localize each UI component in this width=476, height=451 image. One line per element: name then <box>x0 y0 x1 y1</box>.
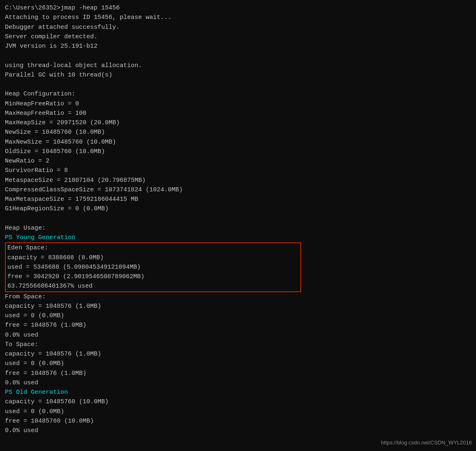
line-server: Server compiler detected. <box>5 32 471 42</box>
line-eden-percent: 63.72556686401367% used <box>7 281 299 291</box>
line-from-percent: 0.0% used <box>5 330 471 340</box>
terminal-container: C:\Users\26352>jmap -heap 15456 Attachin… <box>5 3 471 435</box>
line-old-capacity: capacity = 10485760 (10.0MB) <box>5 397 471 407</box>
line-gc: Parallel GC with 10 thread(s) <box>5 70 471 80</box>
line-max-new-size: MaxNewSize = 10485760 (10.0MB) <box>5 137 471 147</box>
terminal-output: C:\Users\26352>jmap -heap 15456 Attachin… <box>5 3 471 435</box>
line-to-space: To Space: <box>5 340 471 349</box>
line-ps-old: PS Old Generation <box>5 388 471 397</box>
line-to-free: free = 1048576 (1.0MB) <box>5 369 471 378</box>
line-from-capacity: capacity = 1048576 (1.0MB) <box>5 302 471 311</box>
line-to-percent: 0.0% used <box>5 378 471 388</box>
line-jvm: JVM version is 25.191-b12 <box>5 42 471 51</box>
line-old-used: used = 0 (0.0MB) <box>5 407 471 416</box>
line-eden-free: free = 3042920 (2.9019546508789062MB) <box>7 272 299 281</box>
line-eden-used: used = 5345688 (5.098045349121094MB) <box>7 263 299 272</box>
line-cmd: C:\Users\26352>jmap -heap 15456 <box>5 3 471 13</box>
line-to-capacity: capacity = 1048576 (1.0MB) <box>5 349 471 359</box>
line-max-heap-size: MaxHeapSize = 20971520 (20.0MB) <box>5 118 471 128</box>
line-g1: G1HeapRegionSize = 0 (0.0MB) <box>5 204 471 214</box>
line-empty1 <box>5 51 471 60</box>
line-new-size: NewSize = 10485760 (10.0MB) <box>5 128 471 137</box>
line-from-space: From Space: <box>5 292 471 302</box>
line-old-size: OldSize = 10485760 (10.0MB) <box>5 147 471 156</box>
line-empty2 <box>5 80 471 89</box>
watermark: https://blog.csdn.net/CSDN_WYL2016 <box>381 439 472 447</box>
line-min-heap: MinHeapFreeRatio = 0 <box>5 99 471 109</box>
eden-space-highlight: Eden Space: capacity = 8388608 (8.0MB) u… <box>5 242 301 292</box>
line-eden-capacity: capacity = 8388608 (8.0MB) <box>7 253 299 263</box>
line-eden-space: Eden Space: <box>7 243 299 253</box>
line-survivor-ratio: SurvivorRatio = 8 <box>5 166 471 175</box>
line-attach: Attaching to process ID 15456, please wa… <box>5 13 471 22</box>
line-heap-usage: Heap Usage: <box>5 223 471 233</box>
line-max-meta: MaxMetaspaceSize = 17592186044415 MB <box>5 195 471 204</box>
line-old-percent: 0.0% used <box>5 426 471 435</box>
line-from-used: used = 0 (0.0MB) <box>5 311 471 321</box>
line-thread: using thread-local object allocation. <box>5 61 471 70</box>
line-compressed: CompressedClassSpaceSize = 1073741824 (1… <box>5 185 471 195</box>
line-ps-young: PS Young Generation <box>5 233 471 242</box>
line-new-ratio: NewRatio = 2 <box>5 156 471 166</box>
line-max-heap-ratio: MaxHeapFreeRatio = 100 <box>5 109 471 118</box>
line-old-free: free = 10485760 (10.0MB) <box>5 416 471 426</box>
line-empty3 <box>5 214 471 223</box>
line-metaspace: MetaspaceSize = 21807104 (20.796875MB) <box>5 176 471 185</box>
line-from-free: free = 1048576 (1.0MB) <box>5 321 471 330</box>
line-to-used: used = 0 (0.0MB) <box>5 359 471 368</box>
line-heap-config: Heap Configuration: <box>5 89 471 99</box>
line-debugger: Debugger attached successfully. <box>5 23 471 32</box>
